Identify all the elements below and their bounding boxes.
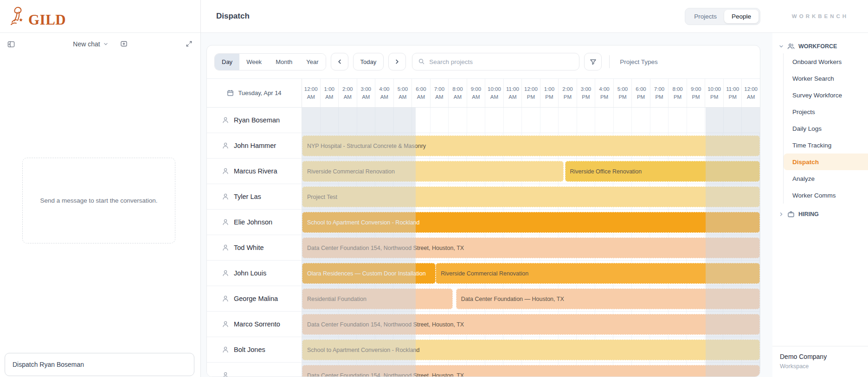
time-header-cell: 11:00AM: [504, 79, 522, 107]
time-meridiem: PM: [728, 93, 736, 101]
prev-day-button[interactable]: [331, 53, 348, 70]
view-tab-week[interactable]: Week: [239, 54, 269, 70]
time-value: 1:00: [324, 85, 334, 93]
view-tab-year[interactable]: Year: [299, 54, 325, 70]
schedule-bar[interactable]: Data Center Foundation — Houston, TX: [456, 288, 760, 309]
chevron-down-icon: [779, 44, 784, 49]
grid-cell: [302, 108, 321, 133]
schedule-bar[interactable]: Riverside Commercial Renovation: [302, 161, 564, 182]
time-meridiem: PM: [710, 93, 718, 101]
time-value: 6:00: [636, 85, 646, 93]
worker-row: Ryan Boseman: [207, 108, 760, 133]
sidebar-item-time-tracking[interactable]: Time Tracking: [784, 137, 868, 153]
worker-row: Tod WhiteData Center Foundation 154, Nor…: [207, 235, 760, 261]
time-header-cell: 3:00AM: [357, 79, 376, 107]
collapse-panel-icon[interactable]: [7, 40, 15, 48]
worker-row-track: School to Apartment Conversion - Rocklan…: [302, 337, 760, 362]
right-sidebar: WORKBENCH WORKFORCEOnboard WorkersWorker…: [772, 0, 868, 377]
time-meridiem: PM: [527, 93, 535, 101]
worker-name: Bolt Jones: [234, 346, 265, 353]
time-value: 7:00: [434, 85, 444, 93]
sidebar-item-worker-comms[interactable]: Worker Comms: [784, 187, 868, 204]
schedule-bar[interactable]: NYP Hospital - Structural Concrete & Mas…: [302, 135, 760, 156]
worker-row-name: Tyler Las: [207, 184, 302, 209]
worker-row: George MalinaResidential FoundationData …: [207, 286, 760, 312]
sidebar-section-hiring[interactable]: HIRING: [779, 208, 868, 221]
time-header-cell: 9:00PM: [687, 79, 706, 107]
worker-row: Marcus RiveraRiverside Commercial Renova…: [207, 159, 760, 184]
time-meridiem: AM: [747, 93, 755, 101]
schedule-bar[interactable]: Riverside Office Renovation: [565, 161, 760, 182]
expand-panel-icon[interactable]: [186, 40, 193, 48]
sidebar-footer: Demo Company Workspace: [772, 346, 868, 377]
sidebar-item-projects[interactable]: Projects: [784, 103, 868, 120]
time-header-cell: 1:00AM: [321, 79, 339, 107]
timeline: Tuesday, Apr 14 12:00AM1:00AM2:00AM3:00A…: [207, 78, 760, 377]
project-types-dropdown[interactable]: Project Types: [617, 58, 661, 65]
worker-row-track: NYP Hospital - Structural Concrete & Mas…: [302, 133, 760, 158]
date-label: Tuesday, Apr 14: [238, 89, 281, 96]
worker-name: Elie Johnson: [234, 218, 272, 226]
schedule-bar[interactable]: Olara Residences — Custom Door Installat…: [302, 263, 436, 284]
time-meridiem: PM: [692, 93, 700, 101]
sidebar-section-workforce[interactable]: WORKFORCE: [779, 40, 868, 53]
sidebar-item-worker-search[interactable]: Worker Search: [784, 70, 868, 87]
time-header-cell: 6:00AM: [412, 79, 431, 107]
filter-button[interactable]: [584, 53, 602, 70]
view-tab-day[interactable]: Day: [215, 54, 239, 70]
search-input[interactable]: [429, 58, 573, 65]
schedule-bar[interactable]: Residential Foundation: [302, 288, 453, 309]
schedule-bar[interactable]: Data Center Foundation 154, Northwood St…: [302, 314, 760, 335]
time-value: 11:00: [726, 85, 739, 93]
chat-input-box: [5, 353, 194, 376]
chat-input[interactable]: [13, 361, 186, 368]
main-panel: Dispatch ProjectsPeople DayWeekMonthYear…: [201, 0, 772, 377]
main-header: Dispatch ProjectsPeople: [201, 0, 772, 33]
time-header-cell: 10:00AM: [485, 79, 504, 107]
sidebar-item-daily-logs[interactable]: Daily Logs: [784, 120, 868, 137]
today-button[interactable]: Today: [353, 53, 384, 70]
new-chat-dropdown[interactable]: New chat: [73, 40, 108, 48]
sidebar-item-onboard-workers[interactable]: Onboard Workers: [784, 53, 868, 70]
schedule-bar[interactable]: School to Apartment Conversion - Rocklan…: [302, 212, 760, 233]
schedule-bar[interactable]: Riverside Commercial Renovation: [436, 263, 760, 284]
schedule-bar[interactable]: Data Center Foundation 154, Northwood St…: [302, 237, 760, 258]
new-message-icon[interactable]: [120, 40, 128, 48]
person-icon: [222, 371, 229, 377]
toggle-option-people[interactable]: People: [724, 10, 759, 23]
schedule-bar[interactable]: School to Apartment Conversion - Rocklan…: [302, 339, 760, 360]
schedule-card: DayWeekMonthYear Today: [206, 45, 760, 377]
worker-name: John Hammer: [234, 142, 276, 149]
time-value: 9:00: [471, 85, 481, 93]
sidebar-item-analyze[interactable]: Analyze: [784, 170, 868, 187]
person-icon: [222, 269, 229, 277]
sidebar-item-dispatch[interactable]: Dispatch: [784, 153, 868, 170]
toggle-option-projects[interactable]: Projects: [687, 10, 724, 23]
person-icon: [222, 116, 229, 124]
time-header-cell: 3:00PM: [577, 79, 596, 107]
time-meridiem: AM: [454, 93, 462, 101]
next-day-button[interactable]: [388, 53, 406, 70]
schedule-bar[interactable]: Data Center Foundation 154, Northwood St…: [302, 365, 760, 377]
worker-name: Tyler Las: [234, 193, 261, 200]
grid-cell: [559, 108, 577, 133]
time-header-cell: 12:00AM: [742, 79, 760, 107]
grid-cell: [669, 108, 687, 133]
grid-cell: [339, 108, 357, 133]
grid-cell: [485, 108, 504, 133]
toolbar-divider: [609, 55, 610, 68]
time-value: 1:00: [544, 85, 554, 93]
sidebar-item-survey-workforce[interactable]: Survey Workforce: [784, 87, 868, 103]
worker-row-track: Data Center Foundation 154, Northwood St…: [302, 235, 760, 260]
chat-toolbar: New chat: [0, 33, 200, 55]
schedule-bar[interactable]: Project Test: [302, 186, 760, 207]
company-name: Demo Company: [780, 353, 861, 360]
person-icon: [222, 346, 229, 353]
grid-cell: [375, 108, 394, 133]
view-tab-month[interactable]: Month: [269, 54, 299, 70]
grid-cell: [614, 108, 632, 133]
worker-row-name: George Malina: [207, 286, 302, 311]
time-header-cell: 1:00PM: [540, 79, 559, 107]
schedule-rows: Ryan BosemanJohn HammerNYP Hospital - St…: [207, 108, 760, 377]
gild-logo: GILD: [8, 6, 66, 27]
